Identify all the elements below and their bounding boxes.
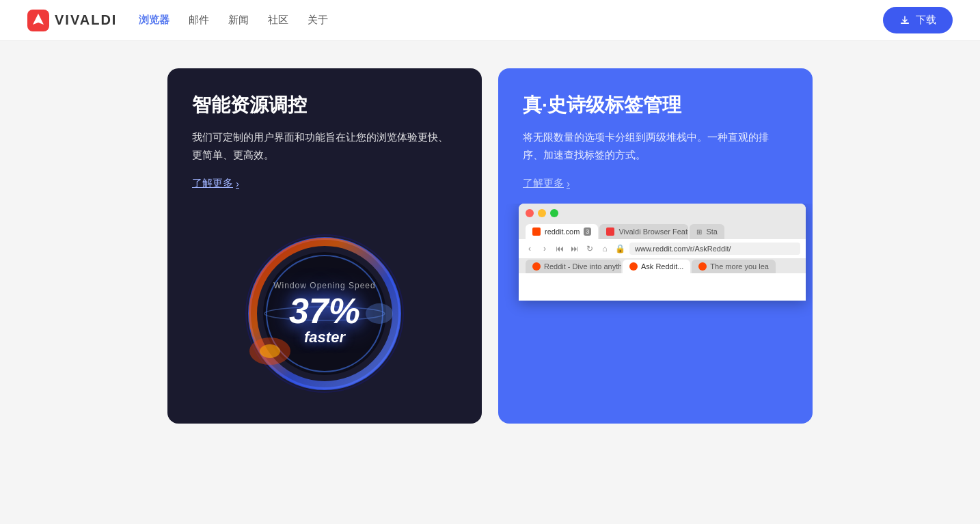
main-content: 智能资源调控 我们可定制的用户界面和功能旨在让您的浏览体验更快、更简单、更高效。…	[0, 41, 980, 524]
download-button[interactable]: 下载	[883, 7, 953, 33]
svg-point-9	[260, 344, 280, 358]
last-tab-button[interactable]: ⏭	[569, 243, 580, 254]
nav-links: 浏览器 邮件 新闻 社区 关于	[139, 14, 328, 27]
tab-reddit-label: reddit.com	[545, 227, 580, 236]
tab2-more2[interactable]: The more you lea	[692, 260, 776, 273]
tab2-favicon-more	[698, 262, 707, 271]
vivaldi-logo-icon	[27, 10, 49, 31]
tab-vivaldi[interactable]: Vivaldi Browser Features |	[599, 224, 688, 239]
tab-favicon-reddit	[532, 227, 541, 236]
nav-community[interactable]: 社区	[268, 14, 288, 27]
card-left-desc: 我们可定制的用户界面和功能旨在让您的浏览体验更快、更简单、更高效。	[192, 128, 457, 163]
tab2-reddit[interactable]: Reddit - Dive into anythin...	[526, 260, 621, 273]
nav-browser[interactable]: 浏览器	[139, 14, 169, 27]
tab2-ask[interactable]: Ask Reddit...	[623, 260, 690, 273]
address-text: www.reddit.com/r/AskReddit/	[635, 245, 731, 253]
top-tab-bar: reddit.com 3 Vivaldi Browser Features | …	[526, 224, 799, 239]
tab2-favicon-reddit	[532, 262, 541, 271]
browser-body	[519, 273, 806, 301]
home-button[interactable]: ⌂	[599, 243, 610, 254]
card-left-content: 智能资源调控 我们可定制的用户界面和功能旨在让您的浏览体验更快、更简单、更高效。…	[167, 68, 482, 204]
traffic-lights	[526, 209, 799, 221]
card-right-title: 真·史诗级标签管理	[523, 93, 788, 118]
card-resource-control: 智能资源调控 我们可定制的用户界面和功能旨在让您的浏览体验更快、更简单、更高效。…	[167, 68, 482, 424]
nav-mail[interactable]: 邮件	[189, 14, 209, 27]
card-right-learn-more[interactable]: 了解更多 ›	[523, 177, 570, 190]
tab-vivaldi-label: Vivaldi Browser Features |	[618, 227, 688, 236]
speed-label: Window Opening Speed	[273, 281, 375, 290]
tab-more[interactable]: ⊞ Sta	[690, 224, 724, 239]
navbar: VIVALDI 浏览器 邮件 新闻 社区 关于 下载	[0, 0, 980, 41]
card-left-visual: Window Opening Speed 37% faster	[167, 204, 482, 424]
traffic-light-yellow	[538, 209, 546, 217]
lock-icon: 🔒	[614, 243, 625, 254]
reload-button[interactable]: ↻	[584, 243, 595, 254]
card-right-content: 真·史诗级标签管理 将无限数量的选项卡分组到两级堆栈中。一种直观的排序、加速查找…	[498, 68, 813, 204]
card-tab-management: 真·史诗级标签管理 将无限数量的选项卡分组到两级堆栈中。一种直观的排序、加速查找…	[498, 68, 813, 424]
forward-button[interactable]: ›	[539, 243, 550, 254]
nav-news[interactable]: 新闻	[228, 14, 249, 27]
tab-grid-icon: ⊞	[696, 228, 702, 236]
card-right-desc: 将无限数量的选项卡分组到两级堆栈中。一种直观的排序、加速查找标签的方式。	[523, 128, 788, 163]
tab-reddit[interactable]: reddit.com 3	[526, 224, 598, 239]
tab-more-label: Sta	[706, 227, 718, 236]
speed-faster: faster	[273, 329, 375, 346]
traffic-light-red	[526, 209, 534, 217]
tab-favicon-vivaldi	[606, 227, 614, 236]
address-bar[interactable]: www.reddit.com/r/AskReddit/	[629, 243, 800, 255]
speed-ring: Window Opening Speed 37% faster	[236, 225, 413, 402]
card-right-visual: reddit.com 3 Vivaldi Browser Features | …	[498, 204, 813, 424]
download-icon	[899, 15, 910, 26]
browser-mockup: reddit.com 3 Vivaldi Browser Features | …	[519, 204, 806, 301]
first-tab-button[interactable]: ⏮	[554, 243, 565, 254]
tab2-more2-label: The more you lea	[710, 262, 769, 271]
address-bar-row: ‹ › ⏮ ⏭ ↻ ⌂ 🔒 www.reddit.com/r/AskReddit…	[519, 239, 806, 258]
second-tab-row: Reddit - Dive into anythin... Ask Reddit…	[519, 258, 806, 273]
speed-text: Window Opening Speed 37% faster	[273, 281, 375, 346]
svg-rect-1	[901, 23, 909, 24]
tab-count: 3	[584, 227, 591, 236]
traffic-light-green	[550, 209, 558, 217]
card-left-learn-more[interactable]: 了解更多 ›	[192, 177, 239, 190]
logo[interactable]: VIVALDI	[27, 10, 117, 31]
tab2-favicon-ask	[629, 262, 638, 271]
speed-percent: 37%	[273, 293, 375, 329]
tab2-reddit-label: Reddit - Dive into anythin...	[544, 262, 621, 271]
browser-titlebar: reddit.com 3 Vivaldi Browser Features | …	[519, 204, 806, 239]
logo-text: VIVALDI	[55, 12, 117, 28]
back-button[interactable]: ‹	[524, 243, 535, 254]
tab2-ask-label: Ask Reddit...	[641, 262, 683, 271]
nav-about[interactable]: 关于	[308, 14, 328, 27]
card-left-title: 智能资源调控	[192, 93, 457, 118]
nav-left: VIVALDI 浏览器 邮件 新闻 社区 关于	[27, 10, 328, 31]
